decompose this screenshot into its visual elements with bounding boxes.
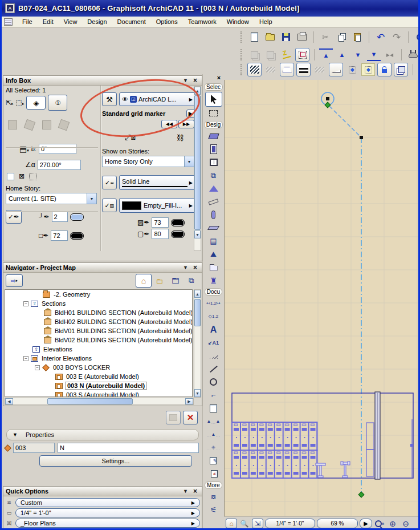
ungroup-icon[interactable]: [263, 48, 277, 61]
delete-button[interactable]: ✕: [183, 411, 198, 424]
chevron-down-icon[interactable]: ▼: [87, 193, 96, 204]
tree-item-bldh01[interactable]: BldH01 BUILDING SECTION (Autorebuild Mod…: [5, 308, 192, 317]
elevation-tool[interactable]: ﹍▲﹍: [205, 428, 222, 441]
close-icon[interactable]: ×: [191, 488, 199, 495]
new-folder-button[interactable]: [166, 411, 181, 424]
cut-icon[interactable]: ✂: [319, 31, 332, 43]
drawing-area[interactable]: [224, 80, 420, 516]
pen-number-input[interactable]: 2: [52, 212, 68, 222]
print-icon[interactable]: [295, 31, 309, 43]
prev-marker-button[interactable]: ◀◀: [161, 120, 177, 128]
fill-tool[interactable]: [205, 349, 222, 362]
close-icon[interactable]: ×: [191, 77, 199, 84]
zoom-in-icon[interactable]: ⊕: [387, 519, 398, 528]
fill-display-icon[interactable]: [247, 63, 262, 76]
line-tool[interactable]: [205, 362, 222, 375]
next-marker-button[interactable]: ▶▶: [178, 120, 194, 128]
layers-dialog-icon[interactable]: [394, 63, 408, 76]
thick-line-icon[interactable]: [296, 63, 311, 76]
new-file-icon[interactable]: [247, 31, 261, 43]
menu-file[interactable]: File: [17, 17, 38, 26]
zone-polygon-icon[interactable]: [280, 63, 294, 76]
properties-expander[interactable]: ▼ Properties: [6, 429, 199, 440]
drawing-tool[interactable]: [205, 402, 222, 415]
close-icon[interactable]: ×: [191, 264, 199, 272]
scroll-left-icon[interactable]: ◀: [5, 398, 13, 404]
collapse-icon[interactable]: ▼: [181, 488, 190, 495]
pause-groups-icon[interactable]: ▶◀: [383, 48, 397, 61]
viewpoint-name-field[interactable]: N: [58, 443, 199, 453]
gravity-icon[interactable]: [406, 48, 420, 61]
menu-view[interactable]: View: [59, 17, 83, 26]
frame-pen-input[interactable]: 72: [51, 230, 68, 241]
tree-h-scrollbar[interactable]: ◀ ▶: [5, 398, 194, 405]
column-tool[interactable]: [205, 208, 222, 221]
collapse-toggle-icon[interactable]: −: [35, 365, 40, 370]
tree-item-003s[interactable]: 003 S (Autorebuild Model): [5, 390, 192, 397]
hotspot-icon[interactable]: [345, 63, 359, 76]
chevron-down-icon[interactable]: ▼: [184, 156, 194, 167]
section-tool[interactable]: ▲﹍▲: [205, 415, 222, 428]
dotted-square-icon[interactable]: [29, 173, 36, 180]
selection-link-icon[interactable]: [418, 63, 420, 76]
line-type-button[interactable]: Solid Line ▶: [119, 175, 195, 190]
label-tool[interactable]: ↙A1: [205, 336, 222, 349]
stair-tool[interactable]: ▤: [205, 234, 222, 248]
settings-button[interactable]: Settings...: [39, 455, 192, 467]
redo-icon[interactable]: ↷: [390, 31, 403, 43]
detail-tool[interactable]: ✎: [205, 454, 222, 467]
info-box-scrollbar[interactable]: ▲ ▼: [194, 86, 201, 251]
hotspot-on-icon[interactable]: [361, 63, 375, 76]
camera-tool[interactable]: ⧇: [205, 490, 222, 503]
fill-type-button[interactable]: Empty_Fill-I... ▶: [119, 198, 195, 213]
tree-item-003-boys-locker[interactable]: − 003 BOYS LOCKER: [5, 363, 192, 372]
interior-elevation-tool[interactable]: ﹍◈﹍: [205, 441, 222, 454]
tree-item-003e[interactable]: 003 E (Autorebuild Model): [5, 372, 192, 381]
project-map-tab[interactable]: ⌂: [136, 274, 152, 288]
frame-pen-chip[interactable]: [70, 232, 84, 240]
magic-wand-icon[interactable]: [279, 48, 293, 61]
mesh-tool[interactable]: ⛰: [205, 248, 222, 261]
fill-check-button[interactable]: ✓▨: [102, 199, 117, 212]
hotspot-green-node[interactable]: [358, 492, 364, 497]
toolbox-group-select[interactable]: Selec: [204, 83, 223, 91]
dimension-tool[interactable]: ↤1.2↦: [205, 297, 222, 310]
tree-item-bldv02[interactable]: BldV02 BUILDING SECTION (Autorebuild Mod…: [5, 335, 192, 345]
menu-window[interactable]: Window: [222, 17, 254, 26]
tree-item-bldv01[interactable]: BldV01 BUILDING SECTION (Autorebuild Mod…: [5, 326, 192, 335]
marquee-frame-icon[interactable]: [295, 48, 309, 62]
copy-icon[interactable]: [335, 31, 348, 43]
paste-icon[interactable]: [350, 31, 364, 43]
collapse-icon[interactable]: ▼: [181, 264, 190, 272]
scroll-up-icon[interactable]: ▲: [194, 87, 201, 95]
curtain-wall-tool[interactable]: ⧉: [205, 169, 222, 182]
collapse-toggle-icon[interactable]: −: [23, 301, 28, 306]
arrow-tool-dropdown-icon[interactable]: ⇱▸: [6, 99, 14, 107]
model-view-options-icon[interactable]: ⌂: [226, 519, 237, 528]
layer-button[interactable]: 👁 ◲ ArchiCAD L... ▶: [119, 92, 195, 106]
eraser-button[interactable]: ◈: [26, 96, 46, 110]
chain-link-icon[interactable]: ⛓: [177, 133, 184, 142]
group-icon[interactable]: [247, 48, 261, 61]
view-map-tab[interactable]: 🗀: [152, 274, 168, 288]
mirror-checkbox[interactable]: [7, 173, 14, 180]
favorites-button[interactable]: ①: [48, 95, 67, 111]
collapse-toggle-icon[interactable]: −: [23, 356, 28, 361]
home-story-dropdown[interactable]: Current (1. SITE) ▼: [6, 193, 97, 204]
project-chooser-button[interactable]: ⇨▸: [6, 274, 23, 287]
tree-item-interior-elevations[interactable]: − Interior Elevations: [5, 354, 192, 363]
beam-tool[interactable]: [205, 195, 222, 208]
resize-marker-icon[interactable]: ⤢⊠: [125, 133, 136, 142]
tree-item-sections[interactable]: − ⇧ Sections: [5, 299, 192, 308]
tree-scrollbar[interactable]: ▲ ▼: [194, 289, 201, 398]
fill-pen-chip[interactable]: [171, 219, 185, 226]
toolbox-group-document[interactable]: Docu: [205, 288, 222, 296]
lock-marquee-icon[interactable]: [377, 63, 392, 76]
fill-bg-pen-input[interactable]: 80: [152, 229, 169, 239]
roof-tool[interactable]: [205, 182, 222, 195]
polyline-tool[interactable]: ⌐: [205, 389, 222, 402]
publisher-tab[interactable]: ⧉: [184, 274, 199, 288]
geometry-cube-icon[interactable]: ⬒▾: [19, 144, 29, 153]
navigator-header[interactable]: Navigator - Project Map ▼ ×: [3, 263, 202, 273]
angle-input[interactable]: 270.00°: [38, 160, 81, 170]
